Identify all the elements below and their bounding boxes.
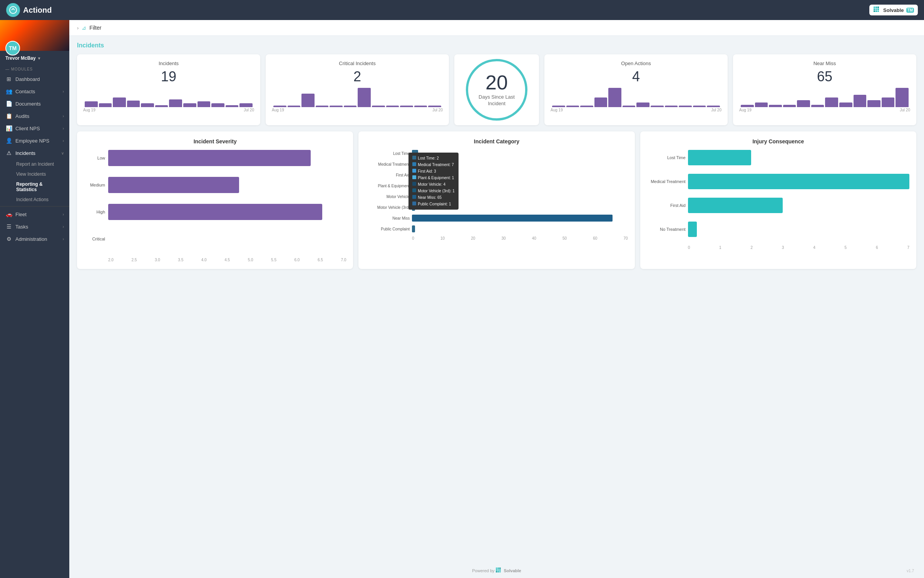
incidents-submenu: Report an Incident View Incidents Report… xyxy=(0,159,69,205)
tooltip-row: Medical Treatment: 7 xyxy=(412,161,455,168)
filter-label[interactable]: Filter xyxy=(89,25,101,31)
sidebar-item-label: Documents xyxy=(15,101,41,107)
contacts-icon: 👥 xyxy=(5,88,12,94)
sidebar-item-dashboard[interactable]: ⊞ Dashboard xyxy=(0,73,69,85)
submenu-reporting[interactable]: Reporting & Statistics xyxy=(11,179,69,195)
cat-row-motor: Motor Vehicle xyxy=(365,193,628,200)
svg-rect-1 xyxy=(874,7,875,8)
mini-bar xyxy=(679,106,692,107)
severity-chart: Low Medium High xyxy=(84,150,346,262)
chevron-right-icon: › xyxy=(63,237,64,241)
tooltip-row: Public Complaint: 1 xyxy=(412,201,455,207)
sidebar-item-audits[interactable]: 📋 Audits › xyxy=(0,110,69,122)
sidebar-item-label: Administration xyxy=(15,236,47,242)
mini-bar xyxy=(141,103,154,107)
inj-label-first-aid: First Aid xyxy=(647,203,686,208)
svg-point-0 xyxy=(10,7,17,13)
mini-bar xyxy=(400,106,413,107)
sidebar-item-fleet[interactable]: 🚗 Fleet › xyxy=(0,208,69,220)
sidebar-item-tasks[interactable]: ☰ Tasks › xyxy=(0,220,69,233)
mini-bar xyxy=(301,94,315,107)
inj-bar-medical xyxy=(688,174,909,189)
cat-label-plant: Plant & Equipment xyxy=(365,184,410,188)
administration-icon: ⚙ xyxy=(5,236,12,242)
username: Trevor McBay ▼ xyxy=(5,55,41,61)
injury-chart: Lost Time Medical Treatment xyxy=(647,150,909,250)
sidebar-item-documents[interactable]: 📄 Documents xyxy=(0,97,69,110)
severity-bar-low xyxy=(108,150,311,166)
svg-rect-3 xyxy=(877,7,879,8)
severity-row-high: High xyxy=(84,204,346,220)
mini-bar xyxy=(155,105,168,107)
sidebar-item-incidents[interactable]: ⚠ Incidents ∨ xyxy=(0,147,69,159)
stats-row: Incidents 19 xyxy=(77,54,916,125)
tooltip-row: First Aid: 3 xyxy=(412,168,455,175)
mini-bar xyxy=(769,105,782,107)
solvable-label: Solvable xyxy=(883,7,904,13)
days-circle: 20 Days Since LastIncident xyxy=(466,59,527,121)
svg-rect-17 xyxy=(498,571,499,573)
stat-incidents-title: Incidents xyxy=(83,60,254,66)
inj-row-first-aid: First Aid xyxy=(647,198,909,213)
cat-xaxis: 0 10 20 30 40 50 60 70 xyxy=(365,236,628,240)
category-chart-card: Incident Category Lost Time: 2 Medical T… xyxy=(358,131,634,269)
mini-bar xyxy=(580,106,593,107)
cat-label-public: Public Complaint xyxy=(365,227,410,231)
audits-icon: 📋 xyxy=(5,113,12,119)
cat-row-lost-time: Lost Time xyxy=(365,150,628,157)
mini-bar xyxy=(693,106,706,107)
svg-rect-6 xyxy=(877,8,879,10)
stat-critical-dates: Aug 19Jul 20 xyxy=(272,108,443,112)
tooltip-row: Near Miss: 65 xyxy=(412,194,455,201)
mini-bar xyxy=(741,105,754,107)
mini-bar xyxy=(386,106,399,107)
cat-row-first-aid: First Aid xyxy=(365,171,628,178)
username-caret[interactable]: ▼ xyxy=(37,56,41,60)
sidebar: TM Trevor McBay ▼ — MODULES ⊞ Dashboard … xyxy=(0,20,69,578)
modules-label: — MODULES xyxy=(0,62,69,73)
mini-bar xyxy=(651,106,664,107)
svg-rect-13 xyxy=(496,569,497,571)
mini-bar xyxy=(811,105,824,107)
mini-bar xyxy=(85,101,98,107)
mini-bar xyxy=(854,95,867,108)
version-label: v1.7 xyxy=(907,569,914,573)
mini-bar xyxy=(226,105,239,107)
cat-row-motor3rd: Motor Vehicle (3rd) xyxy=(365,204,628,211)
mini-bar xyxy=(608,88,621,107)
cat-row-near-miss: Near Miss xyxy=(365,215,628,222)
submenu-report[interactable]: Report an Incident xyxy=(11,159,69,169)
logo-icon xyxy=(6,3,20,17)
cat-label-lost-time: Lost Time xyxy=(365,151,410,156)
sidebar-item-client-nps[interactable]: 📊 Client NPS › xyxy=(0,122,69,134)
mini-bar xyxy=(358,88,371,107)
svg-rect-5 xyxy=(875,8,877,10)
filter-toggle[interactable]: › xyxy=(77,25,79,31)
inj-row-no-treatment: No Treatment xyxy=(647,222,909,237)
stat-incidents-value: 19 xyxy=(83,69,254,85)
mini-bar xyxy=(797,100,810,108)
sidebar-item-administration[interactable]: ⚙ Administration › xyxy=(0,233,69,245)
filter-bar: › ⊿ Filter xyxy=(69,20,924,36)
sidebar-item-contacts[interactable]: 👥 Contacts › xyxy=(0,85,69,97)
tooltip-row: Plant & Equipment: 1 xyxy=(412,175,455,181)
svg-rect-7 xyxy=(874,10,875,12)
stat-open-actions-title: Open Actions xyxy=(551,60,721,66)
stat-card-near-miss: Near Miss 65 xyxy=(733,54,916,125)
mini-bar xyxy=(839,102,852,108)
stat-card-open-actions: Open Actions 4 xyxy=(544,54,728,125)
stat-near-miss-dates: Aug 19Jul 20 xyxy=(739,108,910,112)
sidebar-item-employee-nps[interactable]: 👤 Employee NPS › xyxy=(0,134,69,147)
mini-bar xyxy=(99,103,112,107)
sidebar-item-label: Client NPS xyxy=(15,126,40,131)
svg-rect-11 xyxy=(498,568,499,569)
inj-row-medical: Medical Treatment xyxy=(647,174,909,189)
mini-bar xyxy=(566,106,579,107)
svg-rect-15 xyxy=(499,569,501,571)
inj-bar-first-aid xyxy=(688,198,783,213)
submenu-view[interactable]: View Incidents xyxy=(11,169,69,179)
category-chart-title: Incident Category xyxy=(365,138,628,144)
submenu-actions[interactable]: Incident Actions xyxy=(11,195,69,205)
svg-rect-2 xyxy=(875,7,877,8)
app-name: Actiond xyxy=(23,6,52,15)
